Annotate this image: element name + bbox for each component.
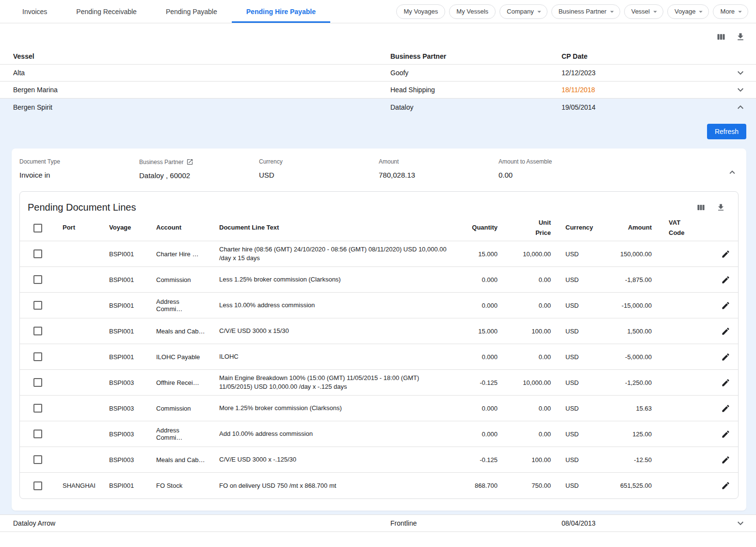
edit-icon[interactable] [721, 378, 730, 387]
business-partner-name: Dataloy [390, 103, 562, 111]
filter-chip-label: More [720, 8, 735, 15]
document-lines-body: BSPI001 Charter Hire … Charter hire (08:… [20, 241, 738, 498]
line-unit-price: 0.00 [501, 431, 555, 438]
row-checkbox[interactable] [33, 275, 42, 284]
line-currency: USD [555, 250, 598, 258]
document-line-row: BSPI001 Meals and Cab… C/V/E USD 3000 x … [20, 318, 738, 344]
pending-document-lines-title: Pending Document Lines [28, 202, 136, 213]
column-selector-icon[interactable] [716, 32, 726, 42]
line-text-cell: More 1.25% broker commission (Clarksons) [206, 404, 455, 413]
filter-chip-label: My Voyages [403, 8, 438, 15]
dropdown-caret-icon [736, 7, 744, 16]
row-checkbox[interactable] [33, 327, 42, 335]
line-currency: USD [555, 456, 598, 464]
row-checkbox[interactable] [33, 455, 42, 464]
vessel-row-alta[interactable]: Alta Goofy 12/12/2023 [0, 65, 756, 82]
vessel-name: Bergen Marina [13, 86, 390, 94]
filter-chip-business-partner[interactable]: Business Partner [551, 4, 620, 19]
document-line-row: BSPI001 Charter Hire … Charter hire (08:… [20, 241, 738, 267]
edit-icon[interactable] [721, 481, 730, 490]
row-checkbox[interactable] [33, 430, 42, 438]
line-amount: 150,000.00 [598, 250, 657, 258]
filter-chip-vessel[interactable]: Vessel [624, 4, 663, 19]
line-text: Main Engine Breakdown 100% (15:00 (GMT) … [219, 374, 447, 391]
select-all-checkbox[interactable] [33, 224, 42, 232]
line-voyage: BSPI003 [96, 405, 143, 412]
line-unit-price: 10,000.00 [501, 379, 555, 386]
filter-chip-bar: My VoyagesMy VesselsCompanyBusiness Part… [396, 4, 748, 19]
pending-document-lines-card: Pending Document Lines Port [19, 191, 739, 499]
document-line-row: BSPI001 Address Commi… Less 10.00% addre… [20, 293, 738, 318]
field-amount-to-assemble: Amount to Assemble 0.00 [499, 158, 618, 180]
filter-chip-company[interactable]: Company [499, 4, 547, 19]
line-text-cell: Less 10.00% address commission [206, 301, 455, 310]
document-line-row: BSPI001 ILOHC Payable ILOHC 0.000 0.00 U… [20, 344, 738, 370]
line-account: Commission [143, 276, 206, 283]
edit-icon[interactable] [721, 301, 730, 310]
tab-pending-receivable[interactable]: Pending Receivable [62, 0, 151, 23]
row-checkbox[interactable] [33, 481, 42, 490]
edit-icon[interactable] [721, 275, 730, 284]
row-checkbox[interactable] [33, 301, 42, 310]
edit-icon[interactable] [721, 455, 730, 464]
cp-date-column-header: CP Date [562, 52, 734, 60]
download-icon[interactable] [716, 203, 725, 212]
field-business-partner: Business Partner Dataloy , 60002 [139, 158, 259, 180]
row-checkbox[interactable] [33, 378, 42, 387]
line-quantity: 0.000 [455, 302, 501, 309]
collapse-document-icon[interactable] [727, 167, 738, 178]
vessel-row-dataloy-arrow[interactable]: Dataloy Arrow Frontline 08/04/2013 [0, 515, 756, 532]
vessel-name: Alta [13, 69, 390, 77]
line-account: Address Commi… [143, 298, 206, 313]
line-text-cell: ILOHC [206, 352, 455, 361]
line-amount: -12.50 [598, 456, 657, 464]
row-checkbox[interactable] [33, 352, 42, 361]
column-selector-icon[interactable] [696, 203, 706, 212]
vessel-row-bergen-marina[interactable]: Bergen Marina Head Shipping 18/11/2018 [0, 82, 756, 99]
filter-chip-my-vessels[interactable]: My Vessels [449, 4, 496, 19]
line-amount: -1,875.00 [598, 276, 657, 283]
dropdown-caret-icon [651, 7, 659, 16]
tab-pending-payable[interactable]: Pending Payable [151, 0, 232, 23]
row-checkbox[interactable] [33, 404, 42, 413]
line-amount: 15.63 [598, 405, 657, 412]
line-account: Meals and Cab… [143, 456, 206, 464]
chevron-down-icon[interactable] [734, 517, 746, 529]
row-checkbox[interactable] [33, 249, 42, 258]
line-port: SHANGHAI [49, 482, 96, 489]
chevron-down-icon[interactable] [734, 84, 746, 96]
line-text-cell: Add 10.00% address commission [206, 430, 455, 438]
edit-icon[interactable] [721, 249, 730, 259]
filter-chip-voyage[interactable]: Voyage [667, 4, 709, 19]
chevron-down-icon[interactable] [734, 67, 746, 79]
line-amount: 1,500.00 [598, 328, 657, 335]
edit-icon[interactable] [721, 404, 730, 413]
top-navigation-bar: InvoicesPending ReceivablePending Payabl… [0, 0, 756, 23]
open-in-new-icon[interactable] [186, 158, 193, 166]
chevron-up-icon[interactable] [734, 101, 746, 113]
cp-date-overdue: 18/11/2018 [562, 86, 734, 94]
refresh-button[interactable]: Refresh [707, 124, 746, 139]
amount-column-header: Amount [598, 223, 657, 233]
line-currency: USD [555, 328, 598, 335]
vessel-row-bergen-spirit[interactable]: Bergen Spirit Dataloy 19/05/2014 [0, 99, 756, 116]
edit-icon[interactable] [721, 327, 730, 336]
tab-pending-hire-payable[interactable]: Pending Hire Payable [232, 0, 330, 23]
line-quantity: 15.000 [455, 328, 501, 335]
line-unit-price: 0.00 [501, 302, 555, 309]
line-text: More 1.25% broker commission (Clarksons) [219, 404, 342, 413]
line-quantity: -0.125 [455, 456, 501, 464]
line-voyage: BSPI001 [96, 482, 143, 489]
edit-icon[interactable] [721, 430, 730, 439]
line-account: Offhire Recei… [143, 379, 206, 386]
amount-to-assemble-value: 0.00 [499, 171, 618, 179]
edit-icon[interactable] [721, 352, 730, 362]
filter-chip-my-voyages[interactable]: My Voyages [396, 4, 445, 19]
document-line-row: BSPI003 Commission More 1.25% broker com… [20, 396, 738, 421]
line-currency: USD [555, 405, 598, 412]
filter-chip-label: Vessel [631, 8, 650, 15]
dropdown-caret-icon [535, 7, 544, 16]
filter-chip-more[interactable]: More [713, 4, 748, 19]
tab-invoices[interactable]: Invoices [8, 0, 62, 23]
download-icon[interactable] [736, 32, 745, 42]
